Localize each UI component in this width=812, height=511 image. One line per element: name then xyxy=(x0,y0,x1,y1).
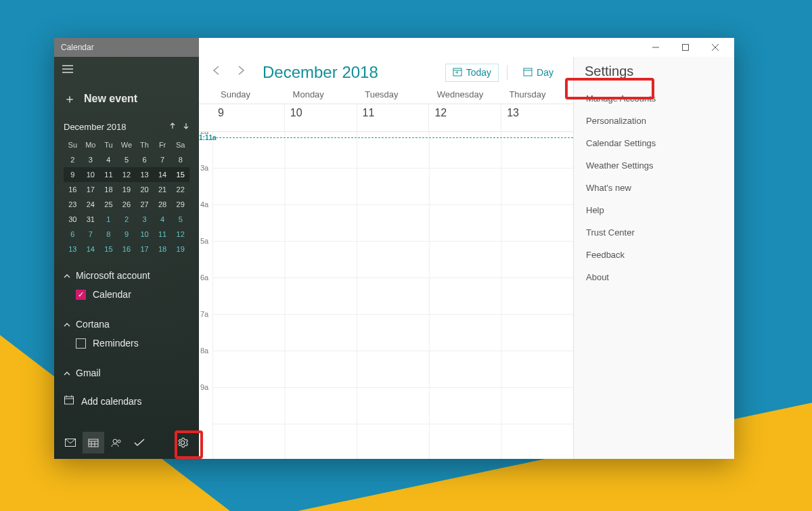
window-titlebar: Calendar xyxy=(54,38,734,57)
mini-calendar-day[interactable]: 27 xyxy=(135,197,154,212)
mini-calendar-day[interactable]: 12 xyxy=(118,167,136,182)
mini-calendar-day[interactable]: 11 xyxy=(154,227,172,242)
date-cell[interactable]: 11 xyxy=(357,104,429,131)
reminders-checkbox-row[interactable]: Reminders xyxy=(64,334,189,353)
mini-calendar-day[interactable]: 26 xyxy=(118,197,136,212)
mini-calendar-day[interactable]: 17 xyxy=(135,242,154,257)
mini-calendar-day[interactable]: 18 xyxy=(99,182,118,197)
mini-calendar-day[interactable]: 2 xyxy=(64,152,82,167)
window-maximize-button[interactable] xyxy=(672,38,699,57)
mini-calendar-day[interactable]: 19 xyxy=(118,182,136,197)
mini-calendar-day[interactable]: 30 xyxy=(64,212,82,227)
view-switch-label: Day xyxy=(537,67,554,78)
mini-calendar-day[interactable]: 16 xyxy=(64,182,82,197)
hour-row[interactable]: 3a xyxy=(212,169,573,205)
settings-item-trust-center[interactable]: Trust Center xyxy=(585,221,723,244)
mini-calendar-day[interactable]: 8 xyxy=(171,152,189,167)
mini-calendar-day[interactable]: 22 xyxy=(171,182,189,197)
prev-period-button[interactable] xyxy=(208,62,225,83)
todo-app-button[interactable] xyxy=(129,432,150,453)
mini-calendar-day[interactable]: 4 xyxy=(154,212,172,227)
mini-calendar-day[interactable]: 2 xyxy=(118,212,136,227)
date-cell[interactable]: 13 xyxy=(501,104,573,131)
mini-calendar-weekday: Th xyxy=(135,137,154,152)
mini-calendar-next-button[interactable] xyxy=(183,122,189,132)
mini-calendar-day[interactable]: 9 xyxy=(64,167,82,182)
date-cell[interactable]: 10 xyxy=(284,104,357,131)
mini-calendar-day[interactable]: 16 xyxy=(118,242,136,257)
mini-calendar-day[interactable]: 6 xyxy=(135,152,154,167)
time-grid[interactable]: 1:11a 2a3a4a5a6a7a8a9a xyxy=(212,132,573,459)
settings-item-manage-accounts[interactable]: Manage Accounts xyxy=(585,87,723,110)
mini-calendar-prev-button[interactable] xyxy=(169,122,176,132)
hour-row[interactable]: 2a xyxy=(212,132,573,169)
view-switch-button[interactable]: Day xyxy=(516,64,561,82)
mini-calendar-day[interactable]: 25 xyxy=(99,197,118,212)
mini-calendar-day[interactable]: 18 xyxy=(154,242,172,257)
calendar-app-button[interactable] xyxy=(83,432,104,453)
people-app-button[interactable] xyxy=(106,432,127,453)
mini-calendar-day[interactable]: 29 xyxy=(171,197,189,212)
mini-calendar-day[interactable]: 10 xyxy=(82,167,100,182)
settings-button[interactable] xyxy=(172,432,194,453)
account-microsoft-toggle[interactable]: Microsoft account xyxy=(64,266,189,285)
hour-row[interactable]: 7a xyxy=(212,315,573,351)
mini-calendar-day[interactable]: 5 xyxy=(171,212,189,227)
mini-calendar-day[interactable]: 15 xyxy=(171,167,189,182)
settings-item-personalization[interactable]: Personalization xyxy=(585,110,723,132)
mini-calendar-day[interactable]: 14 xyxy=(82,242,100,257)
add-calendars-button[interactable]: Add calendars xyxy=(54,388,199,414)
mini-calendar-day[interactable]: 21 xyxy=(154,182,172,197)
account-cortana-toggle[interactable]: Cortana xyxy=(64,315,189,334)
mini-calendar-day[interactable]: 24 xyxy=(82,197,100,212)
mini-calendar-day[interactable]: 4 xyxy=(99,152,118,167)
mini-calendar-day[interactable]: 14 xyxy=(154,167,172,182)
mini-calendar-day[interactable]: 10 xyxy=(135,227,154,242)
window-close-button[interactable] xyxy=(702,38,729,57)
mini-calendar-day[interactable]: 1 xyxy=(99,212,118,227)
hamburger-menu-button[interactable] xyxy=(54,57,199,83)
mini-calendar-day[interactable]: 12 xyxy=(171,227,189,242)
hour-row[interactable]: 9a xyxy=(212,388,573,424)
new-event-button[interactable]: ＋ New event xyxy=(54,83,199,115)
mini-calendar-day[interactable]: 31 xyxy=(82,212,100,227)
mini-calendar-day[interactable]: 7 xyxy=(82,227,100,242)
hour-row[interactable]: 4a xyxy=(212,205,573,242)
mini-calendar-weekday: Tu xyxy=(99,137,118,152)
mini-calendar-day[interactable]: 7 xyxy=(154,152,172,167)
mini-calendar-day[interactable]: 3 xyxy=(82,152,100,167)
settings-item-help[interactable]: Help xyxy=(585,199,723,221)
date-cell[interactable]: 9 xyxy=(212,104,284,131)
mini-calendar-day[interactable]: 5 xyxy=(118,152,136,167)
settings-item-what-s-new[interactable]: What's new xyxy=(585,177,723,199)
hour-row[interactable]: 6a xyxy=(212,278,573,315)
mini-calendar-day[interactable]: 6 xyxy=(64,227,82,242)
mail-app-button[interactable] xyxy=(60,432,81,453)
mini-calendar-day[interactable]: 19 xyxy=(171,242,189,257)
settings-item-feedback[interactable]: Feedback xyxy=(585,244,723,266)
date-cell[interactable]: 12 xyxy=(428,104,501,131)
mini-calendar-day[interactable]: 8 xyxy=(99,227,118,242)
mini-calendar-day[interactable]: 3 xyxy=(135,212,154,227)
window-minimize-button[interactable] xyxy=(642,38,669,57)
mini-calendar-day[interactable]: 13 xyxy=(64,242,82,257)
mini-calendar-day[interactable]: 11 xyxy=(99,167,118,182)
today-button[interactable]: Today xyxy=(445,64,499,82)
next-period-button[interactable] xyxy=(233,62,249,83)
calendar-checkbox-row[interactable]: ✓ Calendar xyxy=(64,285,189,304)
mini-calendar-day[interactable]: 28 xyxy=(154,197,172,212)
mini-calendar-day[interactable]: 17 xyxy=(82,182,100,197)
settings-item-calendar-settings[interactable]: Calendar Settings xyxy=(585,132,723,154)
mini-calendar-title[interactable]: December 2018 xyxy=(64,122,127,132)
mini-calendar-day[interactable]: 23 xyxy=(64,197,82,212)
settings-item-about[interactable]: About xyxy=(585,266,723,288)
mini-calendar-day[interactable]: 15 xyxy=(99,242,118,257)
settings-item-weather-settings[interactable]: Weather Settings xyxy=(585,154,723,177)
mini-calendar-day[interactable]: 20 xyxy=(135,182,154,197)
mini-calendar-day[interactable]: 13 xyxy=(135,167,154,182)
mini-calendar-day[interactable]: 9 xyxy=(118,227,136,242)
hour-row[interactable]: 5a xyxy=(212,242,573,278)
mini-calendar-grid[interactable]: SuMoTuWeThFrSa 2345678910111213141516171… xyxy=(64,137,189,257)
account-gmail-toggle[interactable]: Gmail xyxy=(64,363,189,382)
hour-row[interactable]: 8a xyxy=(212,351,573,388)
